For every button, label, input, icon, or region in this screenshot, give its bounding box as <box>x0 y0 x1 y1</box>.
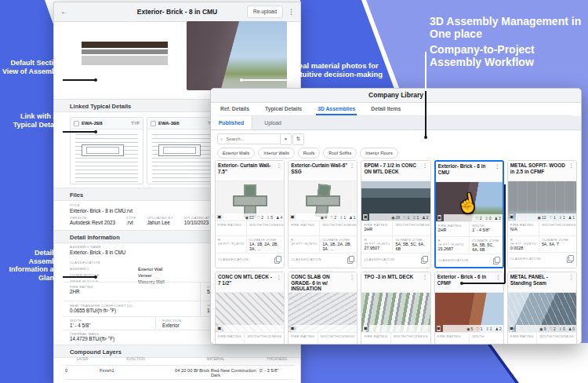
assembly-card[interactable]: TPO -3 in MTL DECK ⋮ ▣ FIRE RATING WIDTH… <box>361 272 430 345</box>
card-title: TPO -3 in MTL DECK <box>364 274 420 290</box>
file-meta-value: .rvt <box>126 220 136 225</box>
copy-icon[interactable] <box>568 255 574 261</box>
assembly-card[interactable]: CONC SLAB ON GRADE- 6 in w/ INSULATION ⋮… <box>288 272 358 345</box>
likes-icon: ♡ <box>549 326 552 331</box>
card-header: TPO -3 in MTL DECK ⋮ <box>361 272 430 293</box>
stat-value: 5 <box>471 326 474 331</box>
card-classification-label: CLASSIFICATION <box>510 257 541 261</box>
search-input[interactable] <box>224 136 273 142</box>
image-count-icon: ▣ <box>290 214 295 220</box>
callout-line-management-lower <box>425 91 426 137</box>
copy-icon[interactable] <box>349 256 354 262</box>
category-chip-label: Interior Floors <box>365 151 393 155</box>
assembly-card[interactable]: CONC ON MTL DECK - 7 1/2" ⋮ ▣ FIRE RATIN… <box>215 272 285 345</box>
card-classification-row: CLASSIFICATION <box>216 253 284 264</box>
card-classification-label: CLASSIFICATION <box>438 258 469 262</box>
kebab-menu-icon[interactable]: ⋮ <box>423 274 428 290</box>
card-fields: FIRE RATING WIDTH/THICKNESS <box>289 332 357 345</box>
card-stats: ◉12♡1⇩1♟1 <box>516 213 576 221</box>
publish-state-tab[interactable]: Published <box>211 116 252 129</box>
library-tab[interactable]: Ref. Details <box>219 102 251 115</box>
table-cell: Finish1 <box>100 368 172 373</box>
card-thumbnail: ▣ <box>361 293 430 332</box>
callout-line-link-2d <box>63 131 96 133</box>
card-stats: ◉28♡1⇩1♟2 <box>369 213 430 221</box>
library-tab[interactable]: 3D Assemblies <box>316 102 357 115</box>
table-column-header: THICKNESS <box>260 357 294 361</box>
linked-detail-card[interactable]: EWA-3B6 TYP <box>147 117 220 184</box>
publish-state-tab[interactable]: Upload <box>252 116 293 129</box>
assembly-card[interactable]: METAL PANEL - Standing Seam ⋮ ▣ ◉9♡2⇩0♟0… <box>507 272 577 345</box>
card-title: Exterior-Curtain Wall-6" SSG <box>291 162 347 179</box>
kebab-menu-icon[interactable]: ⋮ <box>568 162 574 179</box>
assembly-card[interactable]: Exterior- Curtain Wall-7.5" ⋮ ▣ ◉22♡2⇩5♟… <box>215 160 285 268</box>
card-field: R (H·FT²·°F)/BTU <box>216 235 246 253</box>
card-thumbnail: ▣ <box>289 293 357 332</box>
card-classification-label: CLASSIFICATION <box>364 257 394 261</box>
category-chip[interactable]: Interior Floors <box>360 148 398 159</box>
card-classification-label: CLASSIFICATION <box>218 257 249 261</box>
card-title: METAL SOFFIT- WOOD in 2.5 in CFMF <box>510 162 567 179</box>
category-chip[interactable]: Roofs <box>298 148 321 159</box>
checkbox[interactable] <box>151 121 156 126</box>
reupload-button[interactable]: Re-upload <box>247 5 283 18</box>
linked-detail-card[interactable]: EWA-2B8 TYP <box>70 117 143 184</box>
copy-icon[interactable] <box>423 256 428 262</box>
filter-button[interactable]: ▼ <box>280 133 292 145</box>
image-count-icon: ▣ <box>363 326 368 331</box>
assembly-card[interactable]: Exterior- Brick - 8 in CMU ⋮ ▣ ♡2⇩0♟3 ☝ … <box>434 160 504 268</box>
stat-value: 1 <box>490 326 492 331</box>
card-field-label: WIDTH/THICKNESS <box>249 223 284 227</box>
image-count-icon: ▣ <box>510 214 514 220</box>
card-field-value: 1A, 1B, 2A, 2B, 3A, ... <box>249 242 284 251</box>
sort-button[interactable]: ⇅ <box>292 133 304 145</box>
stat-value: 1 <box>354 215 356 220</box>
kebab-menu-icon[interactable]: ⋮ <box>288 8 295 16</box>
search-box[interactable]: ⌕ <box>217 133 281 144</box>
card-field: FIRE RATING <box>289 221 319 235</box>
likes-icon: ♡ <box>475 216 478 221</box>
people-icon: ♟ <box>568 215 572 220</box>
card-title: Exterior- Curtain Wall-7.5" <box>218 162 274 179</box>
library-tab[interactable]: Detail Items <box>369 102 402 115</box>
card-header: METAL SOFFIT- WOOD in 2.5 in CFMF ⋮ <box>508 161 576 181</box>
image-count-icon: ▣ <box>290 326 295 331</box>
card-thumbnail: ▣ ◉22♡2⇩5♟4 <box>216 181 284 221</box>
card-field: R (H·FT²·°F)/BTU 15.2687 <box>436 236 470 254</box>
stat-value: 2 <box>499 326 502 331</box>
library-tab[interactable]: Typical Details <box>263 102 303 115</box>
file-title-label: TITLE <box>70 203 80 207</box>
card-title: METAL PANEL - Standing Seam <box>510 274 567 290</box>
card-thumbnail: ▣ ♡2⇩0♟3 ☝ <box>436 182 503 221</box>
kebab-menu-icon[interactable]: ⋮ <box>276 274 281 290</box>
likes-icon: ♡ <box>330 215 333 220</box>
copy-icon[interactable] <box>495 257 500 263</box>
callout-dot-link-2d <box>94 130 97 133</box>
kebab-menu-icon[interactable]: ⋮ <box>349 162 354 179</box>
card-field-value: 5A, 6A, 7 <box>542 242 576 246</box>
linked-detail-header: EWA-2B8 TYP <box>71 118 143 129</box>
assembly-card[interactable]: Exterior-Curtain Wall-6" SSG ⋮ ▣ ◉4♡2⇩1♟… <box>288 160 358 268</box>
assembly-card[interactable]: METAL SOFFIT- WOOD in 2.5 in CFMF ⋮ ▣ ◉1… <box>507 160 577 268</box>
card-field-value: 2HR <box>438 228 467 232</box>
library-tab-label: Ref. Details <box>220 106 249 111</box>
card-field: FIRE RATING N/A <box>508 221 539 235</box>
copy-icon[interactable] <box>276 256 281 262</box>
kebab-menu-icon[interactable]: ⋮ <box>349 274 354 290</box>
category-chip[interactable]: Roof Soffits <box>323 148 357 159</box>
brick-layer-bar <box>82 42 168 48</box>
assembly-window-header: ← Exterior- Brick - 8 in CMU Re-upload ⋮ <box>54 2 300 22</box>
category-chip-label: Roof Soffits <box>328 151 351 155</box>
category-chip[interactable]: Interior Walls <box>258 148 294 159</box>
assembly-card[interactable]: EPDM - 7 1/2 in CONC ON MTL DECK ⋮ ▣ ◉28… <box>361 160 430 268</box>
linked-detail-tag: TYP <box>131 121 140 126</box>
card-fields: FIRE RATING 2HR WIDTH/THICKNESS R (H·FT²… <box>361 221 430 253</box>
linked-detail-name: EWA-2B8 <box>82 121 129 126</box>
kebab-menu-icon[interactable]: ⋮ <box>276 162 281 179</box>
kebab-menu-icon[interactable]: ⋮ <box>423 162 428 179</box>
kebab-menu-icon[interactable]: ⋮ <box>495 163 500 180</box>
card-fields: FIRE RATING WIDTH/THICKNESS <box>216 332 284 345</box>
checkbox[interactable] <box>74 121 79 126</box>
kebab-menu-icon[interactable]: ⋮ <box>568 274 574 290</box>
category-chip[interactable]: Exterior Walls <box>217 148 255 159</box>
